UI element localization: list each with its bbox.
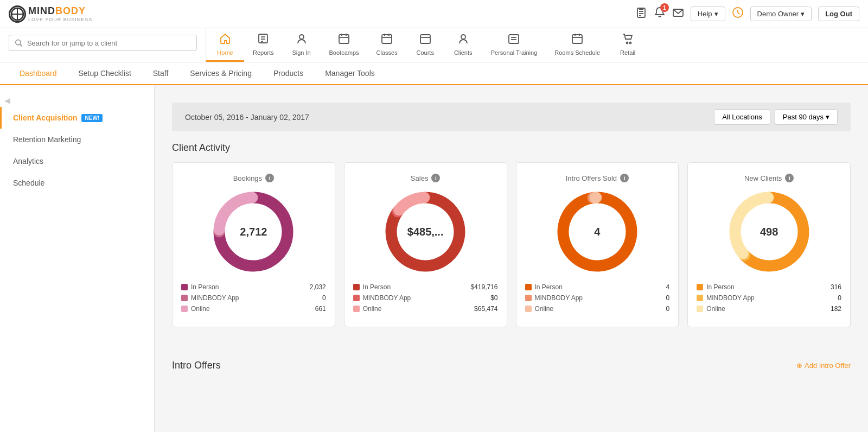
legend-value: 0 [666,294,670,302]
donut-chart: 498 [729,191,810,272]
sidebar-label: Schedule [13,179,44,187]
filter-right: All Locations Past 90 days ▾ [714,109,838,125]
nav-tab-sign-in[interactable]: Sign In [283,28,321,62]
search-area [0,28,206,62]
legend-value: 0 [666,305,670,313]
legend-item: Online 182 [697,305,841,313]
legend-item: Online $65,474 [353,305,498,313]
nav-tab-reports[interactable]: Reports [244,28,283,62]
new-badge: NEW! [81,114,103,122]
add-intro-offer-link[interactable]: ⊕ Add Intro Offer [796,361,851,370]
nav-tab-courts[interactable]: Courts [406,28,444,62]
legend-label: In Person [191,283,219,291]
legend-value: 4 [666,283,670,291]
sidebar-item-client-acquisition[interactable]: Client AcquisitionNEW! [0,107,154,129]
info-icon[interactable]: i [620,174,629,182]
sidebar-item-retention-marketing[interactable]: Retention Marketing [0,129,154,150]
legend-dot [697,306,703,312]
svg-rect-27 [509,35,519,43]
legend-value: 0 [322,294,326,302]
legend-label: MINDBODY App [535,294,583,302]
nav-icon-classes [381,33,393,47]
nav-label-retail: Retail [620,49,635,56]
search-input[interactable] [27,39,191,47]
legend-value: 0 [838,294,841,302]
legend-item: MINDBODY App 0 [697,294,841,302]
logo-name: MINDBODY [28,5,92,17]
nav-tab-personal-training[interactable]: Personal Training [482,28,546,62]
sub-nav-products[interactable]: Products [263,62,314,85]
location-filter-button[interactable]: All Locations [714,109,770,125]
date-range: October 05, 2016 - January 02, 2017 [185,113,309,122]
nav-icon-clients [457,33,469,47]
nav-icon-home [219,33,231,47]
nav-tab-clients[interactable]: Clients [444,28,482,62]
sub-nav-setup-checklist[interactable]: Setup Checklist [68,62,142,85]
nav-icon-courts [419,33,431,47]
nav-tab-classes[interactable]: Classes [368,28,406,62]
legend: In Person 316 MINDBODY App 0 Online 182 [697,283,841,316]
bell-icon[interactable]: 1 [654,7,666,21]
legend: In Person 4 MINDBODY App 0 Online 0 [525,283,670,316]
donut-chart: 2,712 [213,191,294,272]
logout-button[interactable]: Log Out [818,7,859,21]
sub-nav-dashboard[interactable]: Dashboard [9,62,68,85]
legend-dot [353,306,360,312]
legend-dot [697,295,703,301]
nav-tab-bootcamps[interactable]: Bootcamps [321,28,368,62]
nav-icon-sign-in [296,33,308,47]
legend: In Person $419,716 MINDBODY App $0 Onlin… [353,283,498,316]
nav-label-rooms-schedule: Rooms Schedule [554,49,600,56]
intro-offers-title: Intro Offers [172,360,221,371]
legend-item: In Person $419,716 [353,283,498,291]
clipboard-icon[interactable] [635,7,647,21]
sidebar-item-schedule[interactable]: Schedule [0,172,154,194]
search-nav-row: HomeReportsSign InBootcampsClassesCourts… [0,28,868,62]
legend-label: Online [706,305,725,313]
legend-dot [353,284,360,290]
legend-label: In Person [363,283,391,291]
nav-tab-retail[interactable]: Retail [609,28,647,62]
legend-item: MINDBODY App 0 [525,294,670,302]
nav-tab-home[interactable]: Home [206,28,244,62]
cards-row: Bookings i 2,712 In Person 2,032 MINDBOD… [172,162,851,327]
legend-value: 661 [315,305,326,313]
nav-label-home: Home [217,49,233,56]
svg-point-26 [461,35,465,39]
clock-icon[interactable] [732,7,744,21]
info-icon[interactable]: i [431,174,440,182]
sub-nav-services-&-pricing[interactable]: Services & Pricing [179,62,263,85]
svg-point-34 [627,42,628,44]
search-wrap[interactable] [9,35,197,51]
legend-dot [525,306,532,312]
svg-rect-24 [420,35,430,43]
donut-chart: 4 [557,191,638,272]
time-filter-button[interactable]: Past 90 days ▾ [775,109,838,125]
card-new-clients: New Clients i 498 In Person 316 MINDBODY… [687,162,851,327]
svg-rect-30 [572,35,582,43]
legend-dot [181,284,188,290]
svg-point-35 [630,42,631,44]
user-button[interactable]: Demo Owner ▾ [750,7,812,21]
legend: In Person 2,032 MINDBODY App 0 Online 66… [181,283,326,316]
nav-tab-rooms-schedule[interactable]: Rooms Schedule [546,28,609,62]
mail-icon[interactable] [672,7,684,21]
sidebar: ◀ Client AcquisitionNEW!Retention Market… [0,85,155,432]
legend-value: 2,032 [310,283,326,291]
svg-rect-16 [339,35,349,43]
sidebar-item-analytics[interactable]: Analytics [0,150,154,172]
info-icon[interactable]: i [265,174,274,182]
card-title: Intro Offers Sold i [566,174,629,182]
nav-icon-retail [622,33,634,47]
svg-rect-20 [382,35,392,43]
sub-nav-manager-tools[interactable]: Manager Tools [314,62,386,85]
info-icon[interactable]: i [785,174,794,182]
card-sales: Sales i $485,... In Person $419,716 MIND… [344,162,507,327]
legend-dot [525,284,532,290]
date-filter-bar: October 05, 2016 - January 02, 2017 All … [172,103,851,131]
help-button[interactable]: Help ▾ [691,7,725,21]
sub-nav-staff[interactable]: Staff [142,62,180,85]
nav-label-reports: Reports [253,49,274,56]
section-title: Client Activity [172,142,851,154]
legend-value: $419,716 [470,283,497,291]
